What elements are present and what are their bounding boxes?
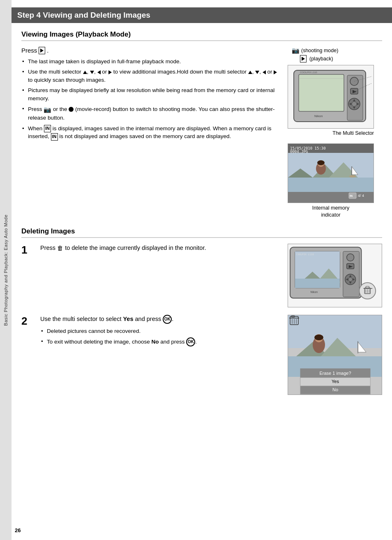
- arrow-down-icon2: [255, 71, 259, 74]
- step1-content: Press 🗑 to delete the image currently di…: [40, 244, 281, 253]
- memory-svg: 15/05/2010 15:30 0004.JPG: [288, 144, 374, 203]
- multi-selector-label: The Multi Selector: [288, 130, 374, 136]
- shooting-mode-line: 📷 (shooting mode): [292, 47, 338, 54]
- svg-rect-1: [299, 74, 344, 111]
- arrow-right-icon: [108, 70, 112, 74]
- main-content: Step 4 Viewing and Deleting Images Viewi…: [12, 0, 392, 412]
- svg-text:IN: IN: [350, 194, 353, 197]
- svg-text:COOLPIX L110: COOLPIX L110: [300, 71, 317, 74]
- svg-point-44: [347, 254, 354, 261]
- internal-memory-label: Internal memory indicator: [288, 205, 374, 219]
- page-number: 26: [15, 527, 21, 533]
- svg-point-28: [349, 175, 356, 178]
- svg-text:COOLPIX L110: COOLPIX L110: [296, 253, 314, 256]
- delete-camera-svg: COOLPIX L110: [288, 244, 382, 307]
- internal-memory-icon2: IN: [51, 133, 58, 141]
- camera-symbol: 📷: [292, 47, 300, 54]
- step-header: Step 4 Viewing and Deleting Images: [12, 7, 392, 23]
- internal-memory-icon: IN: [44, 125, 51, 132]
- svg-text:Yes: Yes: [332, 379, 339, 384]
- playback-triangle-icon: [40, 48, 44, 53]
- erase-dialog-svg: Erase 1 image? Yes No: [288, 315, 382, 395]
- sidebar-label: Basic Photography and Playback: Easy Aut…: [3, 215, 8, 326]
- step1-image: COOLPIX L110: [288, 244, 382, 307]
- step2-text-pre: Use the multi selector to select: [40, 316, 123, 322]
- svg-text:4/  4: 4/ 4: [358, 194, 364, 198]
- press-period: .: [47, 47, 48, 54]
- step2-bullet2: To exit without deleting the image, choo…: [40, 337, 281, 346]
- section-deleting: Deleting Images 1 Press 🗑 to delete the …: [21, 227, 382, 395]
- arrow-up-icon: [83, 71, 87, 74]
- step2-bullets: Deleted pictures cannot be recovered. To…: [40, 327, 281, 347]
- step1-num: 1: [21, 245, 34, 255]
- svg-point-8: [352, 102, 357, 106]
- ok-button-icon2: OK: [186, 337, 195, 346]
- svg-text:Erase 1 image?: Erase 1 image?: [319, 371, 351, 376]
- shooting-mode-label-area: 📷 (shooting mode) (playback): [292, 47, 338, 63]
- memory-image: 15/05/2010 15:30 0004.JPG: [288, 143, 374, 203]
- svg-text:Nikon: Nikon: [314, 114, 323, 118]
- ok-button-icon: OK: [163, 315, 172, 324]
- bullet2: Use the multi selector , , or to view ad…: [21, 68, 279, 84]
- bullet4: Press 📷 or the (movie-record) button to …: [21, 105, 279, 122]
- sidebar: Basic Photography and Playback: Easy Aut…: [0, 0, 12, 540]
- camera-diagram: 📷 (shooting mode) (playback): [288, 47, 382, 136]
- camera-icon: 📷: [44, 106, 51, 113]
- bullet5: When IN is displayed, images saved in th…: [21, 125, 279, 141]
- step2-content: Use the multi selector to select Yes and…: [40, 315, 281, 349]
- viewing-two-col: Press . The last image taken is displaye…: [21, 47, 382, 219]
- bullet3: Pictures may be displayed briefly at low…: [21, 86, 279, 102]
- svg-rect-25: [288, 178, 374, 192]
- bullet1: The last image taken is displayed in ful…: [21, 58, 279, 66]
- memory-preview-box: 15/05/2010 15:30 0004.JPG: [288, 143, 374, 219]
- playback-tri-small: [302, 57, 305, 61]
- viewing-bullets: The last image taken is displayed in ful…: [21, 58, 279, 141]
- camera-back-image: Nikon COOLPIX L110: [288, 65, 374, 129]
- step2-row: 2 Use the multi selector to select Yes a…: [21, 315, 382, 395]
- press-label: Press: [21, 47, 37, 54]
- playback-icon-box: [39, 47, 45, 54]
- viewing-left-col: Press . The last image taken is displaye…: [21, 47, 279, 219]
- arrow-left-icon: [97, 70, 101, 74]
- trash-icon: 🗑: [57, 244, 63, 253]
- viewing-right-col: 📷 (shooting mode) (playback): [288, 47, 382, 219]
- step2-image: Erase 1 image? Yes No: [288, 315, 382, 395]
- shooting-mode-text: (shooting mode): [301, 48, 338, 53]
- arrow-up-icon2: [248, 71, 252, 74]
- erase-dialog-image: Erase 1 image? Yes No: [288, 315, 382, 395]
- svg-point-48: [348, 277, 353, 282]
- playback-box-icon: [300, 55, 307, 62]
- playback-label-line: (playback): [300, 55, 338, 62]
- svg-point-70: [314, 335, 323, 340]
- delete-camera-image: COOLPIX L110: [288, 244, 382, 307]
- step1-row: 1 Press 🗑 to delete the image currently …: [21, 244, 382, 307]
- svg-rect-41: [295, 279, 340, 288]
- arrow-right-icon2: [274, 70, 277, 74]
- svg-point-31: [317, 160, 325, 165]
- movie-icon: [69, 107, 74, 112]
- section2-header: Deleting Images: [21, 227, 382, 238]
- step1-text-post: to delete the image currently displayed …: [65, 245, 206, 251]
- step2-bullet1: Deleted pictures cannot be recovered.: [40, 327, 281, 335]
- arrow-down-icon: [90, 71, 94, 74]
- section1-header: Viewing Images (Playback Mode): [21, 30, 382, 41]
- svg-text:No: No: [332, 387, 338, 392]
- camera-back-svg: Nikon COOLPIX L110: [290, 67, 372, 127]
- step2-yes-bold: Yes: [123, 316, 133, 322]
- playback-text: (playback): [309, 56, 333, 62]
- step2-main-text: Use the multi selector to select Yes and…: [40, 315, 281, 324]
- section-viewing: Viewing Images (Playback Mode) Press . T…: [21, 30, 382, 219]
- step2-text-mid: and press: [133, 316, 163, 322]
- step2-num: 2: [21, 316, 34, 326]
- svg-text:Nikon: Nikon: [311, 290, 318, 293]
- arrow-left-icon2: [263, 70, 266, 74]
- step1-text-pre: Press: [40, 245, 57, 251]
- press-playback-line: Press .: [21, 47, 279, 54]
